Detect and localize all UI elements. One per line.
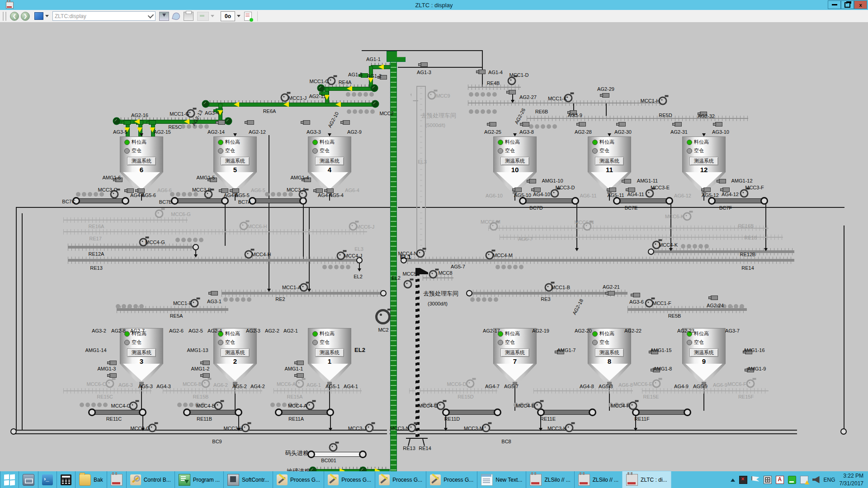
gate-valve-icon[interactable]: [675, 122, 682, 127]
gate-valve-icon[interactable]: [522, 122, 529, 127]
gate-valve-icon[interactable]: [218, 120, 225, 125]
silo[interactable]: 料位高空仓测温系统6: [120, 136, 163, 194]
display-address-combobox[interactable]: ZLTC:display: [52, 11, 156, 21]
gate-valve-icon[interactable]: [149, 120, 156, 125]
temp-system-button[interactable]: 测温系统: [315, 348, 344, 357]
gate-valve-icon[interactable]: [514, 188, 522, 192]
fan-icon[interactable]: [746, 380, 755, 388]
gate-valve-icon[interactable]: [420, 62, 428, 67]
fan-icon[interactable]: [202, 380, 210, 388]
silo[interactable]: 料位高空仓测温系统1: [308, 328, 351, 385]
tray-hide-icon[interactable]: [731, 476, 735, 482]
forward-button[interactable]: ❯: [21, 12, 30, 21]
tray-monitor-icon[interactable]: [739, 476, 747, 484]
fan-icon[interactable]: [404, 280, 412, 289]
fan-icon[interactable]: [106, 380, 114, 388]
gate-valve-icon[interactable]: [608, 291, 615, 296]
tray-speaker-icon[interactable]: [812, 476, 820, 483]
fan-icon[interactable]: [740, 189, 749, 198]
pin-icon[interactable]: [172, 12, 181, 21]
taskbar-button-process-g-[interactable]: Process G...: [426, 471, 477, 488]
taskbar-button-process-g-[interactable]: Process G...: [273, 471, 324, 488]
tray-calc-icon[interactable]: [764, 476, 772, 484]
gate-valve-icon[interactable]: [109, 373, 117, 378]
taskbar-clock[interactable]: 3:22 PM 7/31/2017: [840, 472, 863, 487]
fan-icon[interactable]: [281, 94, 289, 102]
gate-valve-icon[interactable]: [478, 70, 486, 74]
taskbar-button-srv[interactable]: [19, 471, 38, 488]
fan-icon[interactable]: [652, 380, 661, 388]
fan-icon[interactable]: [646, 189, 654, 198]
close-button[interactable]: x: [854, 0, 867, 9]
temp-system-button[interactable]: 测温系统: [221, 348, 250, 357]
gate-valve-icon[interactable]: [609, 188, 616, 192]
gate-valve-icon[interactable]: [489, 122, 496, 127]
silo[interactable]: 料位高空仓测温系统12: [682, 136, 726, 194]
toolbar-grip[interactable]: [3, 12, 6, 21]
taskbar-button-softcontr-[interactable]: SoftContr...: [224, 471, 273, 488]
fan-icon[interactable]: [375, 309, 391, 324]
silo[interactable]: 料位高空仓测温系统9: [682, 328, 726, 385]
gate-valve-icon[interactable]: [509, 90, 516, 94]
silo[interactable]: 料位高空仓测温系统7: [493, 328, 537, 385]
zero-counter-button[interactable]: 0o: [221, 11, 235, 21]
gate-valve-icon[interactable]: [703, 188, 711, 192]
language-indicator[interactable]: ENG: [824, 477, 835, 483]
temp-system-button[interactable]: 测温系统: [221, 157, 250, 165]
silo[interactable]: 料位高空仓测温系统10: [493, 136, 537, 194]
gate-valve-icon[interactable]: [203, 361, 210, 365]
fan-icon[interactable]: [534, 402, 542, 410]
fan-icon[interactable]: [429, 270, 438, 279]
taskbar-button-new-text-[interactable]: New Text...: [477, 471, 526, 488]
fan-icon[interactable]: [306, 402, 315, 410]
import-display-icon[interactable]: [159, 12, 169, 21]
temp-system-button[interactable]: 测温系统: [595, 348, 624, 357]
fan-icon[interactable]: [466, 380, 475, 388]
gate-valve-icon[interactable]: [633, 293, 640, 297]
gate-valve-icon[interactable]: [624, 179, 631, 183]
silo[interactable]: 料位高空仓测温系统11: [588, 136, 631, 194]
document-check-icon[interactable]: [244, 12, 252, 21]
temp-system-button[interactable]: 测温系统: [595, 157, 624, 165]
gate-valve-icon[interactable]: [247, 120, 254, 125]
tray-reda-icon[interactable]: [776, 476, 784, 484]
gate-valve-icon[interactable]: [602, 93, 609, 98]
taskbar-button-zltc-di-[interactable]: ZLTC : di...: [623, 471, 670, 488]
gate-valve-icon[interactable]: [109, 361, 117, 365]
taskbar-button-process-g-[interactable]: Process G...: [375, 471, 426, 488]
taskbar-button-bak[interactable]: Bak: [75, 471, 107, 488]
back-button[interactable]: ❮: [10, 12, 19, 21]
temp-system-button[interactable]: 测温系统: [689, 348, 718, 357]
temp-system-button[interactable]: 测温系统: [500, 348, 529, 357]
silo[interactable]: 料位高空仓测温系统5: [213, 136, 257, 194]
cube-dropdown-arrow[interactable]: [45, 15, 49, 19]
silo[interactable]: 料位高空仓测温系统2: [213, 328, 257, 385]
temp-system-button[interactable]: 测温系统: [315, 157, 344, 165]
taskbar-button-program-[interactable]: Program ...: [175, 471, 223, 488]
fan-icon[interactable]: [508, 77, 516, 85]
silo[interactable]: 料位高空仓测温系统4: [308, 136, 351, 194]
tray-green-icon[interactable]: [788, 476, 796, 484]
fan-icon[interactable]: [214, 402, 223, 410]
fan-icon[interactable]: [365, 424, 374, 432]
fan-icon[interactable]: [240, 222, 248, 230]
fan-icon[interactable]: [428, 91, 436, 100]
silo[interactable]: 料位高空仓测温系统3: [120, 328, 163, 385]
fan-icon[interactable]: [329, 443, 338, 452]
taskbar-button-control-b-[interactable]: Control B...: [127, 471, 175, 488]
temp-system-button[interactable]: 测温系统: [689, 157, 718, 165]
gate-valve-icon[interactable]: [719, 179, 726, 183]
counter-dropdown-arrow[interactable]: [237, 15, 241, 19]
gate-valve-icon[interactable]: [297, 373, 304, 378]
taskbar-button-win[interactable]: [0, 471, 19, 488]
restore-button[interactable]: [841, 0, 854, 9]
fan-icon[interactable]: [155, 210, 164, 218]
gate-valve-icon[interactable]: [203, 373, 210, 378]
gate-valve-icon[interactable]: [211, 291, 218, 296]
taskbar-button-zlsilo-[interactable]: ZLSilo // ...: [526, 471, 574, 488]
gate-valve-icon[interactable]: [123, 120, 131, 125]
taskbar-button-ps[interactable]: [38, 471, 57, 488]
temp-system-button[interactable]: 测温系统: [127, 348, 156, 357]
gate-valve-icon[interactable]: [618, 122, 626, 127]
gate-valve-icon[interactable]: [715, 122, 722, 127]
